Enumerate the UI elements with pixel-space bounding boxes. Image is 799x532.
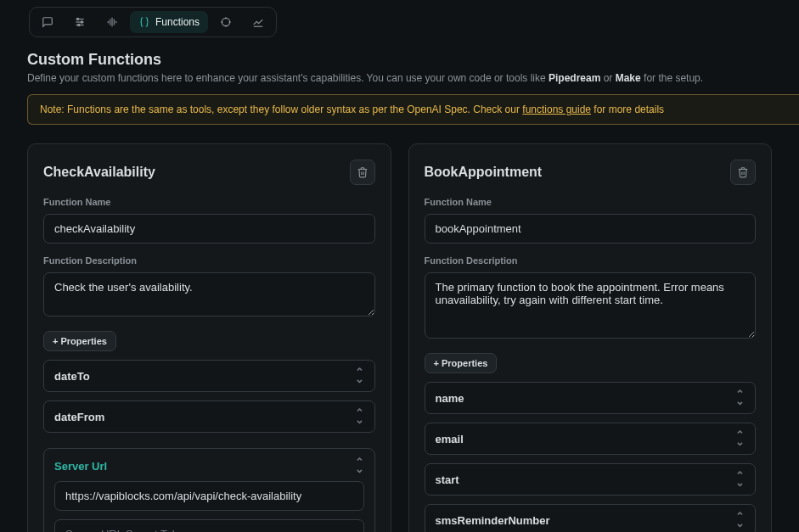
chevron-updown-icon: ⌃⌄	[735, 391, 745, 405]
function-name-input[interactable]	[425, 214, 757, 244]
chevron-updown-icon: ⌃⌄	[735, 473, 745, 486]
function-name-input[interactable]	[43, 214, 375, 244]
delete-function-button[interactable]	[350, 160, 375, 185]
note-banner: Note: Functions are the same as tools, e…	[27, 94, 799, 125]
chevron-updown-icon: ⌃⌄	[735, 432, 745, 445]
chevron-updown-icon: ⌃⌄	[735, 513, 745, 527]
page: Custom Functions Define your custom func…	[0, 37, 799, 532]
function-card-check-availability: CheckAvailability Function Name Function…	[27, 143, 391, 532]
tab-functions[interactable]: Functions	[130, 11, 208, 33]
chevron-updown-icon: ⌃⌄	[355, 459, 364, 473]
function-desc-label: Function Description	[43, 255, 375, 266]
add-properties-button[interactable]: + Properties	[425, 353, 498, 373]
property-row[interactable]: dateFrom ⌃⌄	[43, 400, 375, 433]
svg-point-11	[222, 18, 229, 25]
waveform-icon	[106, 16, 118, 28]
tab-functions-label: Functions	[155, 16, 200, 28]
server-url-label: Server Url	[54, 460, 107, 473]
add-properties-button[interactable]: + Properties	[43, 331, 116, 351]
svg-point-4	[81, 21, 82, 23]
svg-point-3	[77, 18, 79, 20]
tab-bar: Functions	[0, 0, 799, 37]
tab-chat[interactable]	[33, 11, 62, 33]
tab-target[interactable]	[211, 11, 240, 33]
tab-group: Functions	[29, 7, 277, 37]
chart-icon	[252, 16, 264, 28]
property-row[interactable]: email ⌃⌄	[425, 423, 757, 455]
functions-columns: CheckAvailability Function Name Function…	[27, 143, 772, 532]
property-row[interactable]: start ⌃⌄	[425, 463, 757, 496]
delete-function-button[interactable]	[730, 160, 756, 185]
server-secret-input[interactable]	[54, 519, 364, 532]
chevron-updown-icon: ⌃⌄	[355, 410, 364, 423]
property-row[interactable]: name ⌃⌄	[425, 382, 757, 414]
function-name-label: Function Name	[425, 197, 757, 207]
function-icon	[138, 16, 150, 28]
property-row[interactable]: dateTo ⌃⌄	[43, 360, 375, 392]
chevron-updown-icon: ⌃⌄	[355, 369, 364, 383]
sliders-icon	[74, 16, 86, 28]
functions-guide-link[interactable]: functions guide	[522, 104, 591, 115]
trash-icon	[357, 166, 369, 178]
function-desc-input[interactable]	[425, 272, 757, 339]
tab-sliders[interactable]	[65, 11, 94, 33]
property-row[interactable]: smsReminderNumber ⌃⌄	[425, 504, 757, 532]
target-icon	[220, 16, 232, 28]
server-url-input[interactable]	[54, 481, 364, 511]
page-title: Custom Functions	[27, 51, 772, 69]
function-name-label: Function Name	[43, 197, 375, 207]
server-url-box: Server Url ⌃⌄ Setup Setup Pipedream Setu…	[43, 448, 375, 532]
tab-analytics[interactable]	[244, 11, 273, 33]
function-title: BookAppointment	[425, 165, 543, 180]
page-description: Define your custom functions here to enh…	[27, 72, 772, 84]
chat-icon	[42, 16, 53, 28]
svg-point-5	[78, 24, 80, 25]
tab-voice[interactable]	[98, 11, 127, 33]
trash-icon	[737, 166, 749, 178]
function-desc-input[interactable]	[43, 272, 375, 316]
function-card-book-appointment: BookAppointment Function Name Function D…	[408, 143, 773, 532]
function-title: CheckAvailability	[43, 165, 155, 180]
function-desc-label: Function Description	[425, 255, 757, 266]
